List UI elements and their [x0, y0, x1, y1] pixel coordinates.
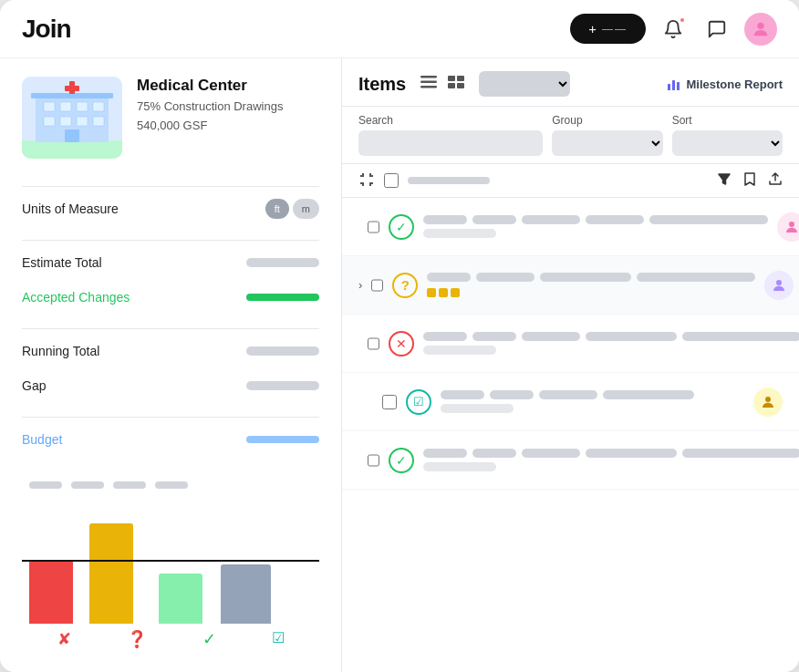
- item-checkbox[interactable]: [368, 336, 379, 351]
- expand-button[interactable]: ›: [358, 278, 362, 292]
- item-bar: [522, 215, 580, 224]
- svg-rect-2: [22, 140, 122, 159]
- item-bar: [423, 215, 467, 224]
- svg-rect-8: [93, 102, 104, 111]
- running-total-value: [246, 346, 319, 356]
- item-checkbox[interactable]: [368, 220, 379, 234]
- status-rejected-icon: ✕: [389, 331, 414, 357]
- item-bar: [476, 273, 534, 282]
- items-view-select[interactable]: [479, 71, 570, 97]
- search-col: Search: [358, 114, 543, 156]
- status-pending-icon: ?: [392, 273, 418, 298]
- svg-point-27: [776, 280, 782, 285]
- svg-rect-24: [672, 80, 675, 90]
- item-bar: [603, 390, 694, 399]
- svg-rect-17: [420, 81, 437, 84]
- dot: [427, 288, 436, 297]
- header-actions: + ——: [570, 13, 777, 46]
- table-row: ✓: [342, 431, 799, 490]
- svg-rect-12: [93, 117, 104, 126]
- bar-reviewed: [221, 564, 271, 624]
- toggle-m[interactable]: m: [293, 199, 319, 219]
- search-filter-row: Search Group Sort: [342, 107, 799, 164]
- item-checkbox[interactable]: [371, 278, 383, 293]
- status-approved-icon: ✓: [389, 214, 414, 240]
- item-bar: [682, 332, 799, 341]
- item-bar: [522, 332, 580, 341]
- item-checkbox[interactable]: [382, 395, 397, 409]
- units-toggle-group[interactable]: ft m: [265, 199, 319, 219]
- project-name: Medical Center: [137, 77, 319, 95]
- filter-button[interactable]: [717, 171, 732, 190]
- chat-button[interactable]: [700, 13, 733, 46]
- bar-rejected: [29, 560, 73, 624]
- project-subtitle: 75% Construction Drawings: [137, 98, 319, 115]
- chart-labels: [22, 481, 319, 489]
- item-dots: [427, 288, 755, 297]
- filter-icon: [717, 171, 732, 186]
- item-bar: [423, 332, 467, 341]
- item-bar: [540, 273, 631, 282]
- budget-bar: [246, 436, 319, 443]
- chart-label-3: [113, 481, 146, 489]
- select-all-checkbox[interactable]: [384, 173, 399, 188]
- grid-view-button[interactable]: [444, 74, 468, 94]
- search-input[interactable]: [358, 130, 543, 156]
- bookmark-button[interactable]: [742, 171, 757, 190]
- svg-rect-13: [65, 129, 79, 142]
- item-sub-bar: [423, 462, 496, 471]
- item-bar: [490, 390, 534, 399]
- legend-pending-icon: ❓: [127, 629, 147, 649]
- bar-approved: [159, 574, 202, 624]
- sort-select[interactable]: [672, 130, 783, 156]
- project-thumbnail: [22, 77, 122, 159]
- notification-button[interactable]: [657, 13, 690, 46]
- user-avatar[interactable]: [744, 13, 777, 46]
- filter-icons: [717, 171, 783, 190]
- toggle-ft[interactable]: ft: [265, 199, 289, 219]
- chart-label-2: [71, 481, 104, 489]
- bookmark-icon: [742, 171, 757, 186]
- chart-baseline: [22, 560, 319, 562]
- group-col: Group: [552, 114, 662, 156]
- export-button[interactable]: [768, 171, 783, 190]
- sort-label: Sort: [672, 114, 783, 127]
- plus-icon: +: [588, 21, 597, 36]
- units-of-measure-row: Units of Measure ft m: [22, 196, 319, 222]
- item-bar: [472, 332, 516, 341]
- divider-4: [22, 417, 319, 418]
- list-view-button[interactable]: [417, 74, 441, 94]
- item-bar: [472, 449, 516, 458]
- item-content: [423, 449, 799, 471]
- item-bar: [522, 449, 580, 458]
- milestone-report-button[interactable]: Milestone Report: [667, 77, 783, 91]
- accepted-changes-label: Accepted Changes: [22, 290, 130, 305]
- svg-rect-16: [420, 76, 437, 78]
- svg-rect-10: [60, 117, 71, 126]
- svg-rect-19: [448, 76, 455, 81]
- svg-rect-23: [668, 84, 670, 90]
- main-content: Medical Center 75% Construction Drawings…: [0, 58, 799, 672]
- svg-rect-22: [457, 83, 464, 88]
- item-bar: [427, 273, 471, 282]
- divider-1: [22, 186, 319, 187]
- item-checkbox[interactable]: [368, 453, 379, 468]
- avatar-person-icon: [760, 394, 776, 410]
- running-total-row: Running Total: [22, 338, 319, 364]
- item-bar: [649, 215, 768, 224]
- item-bar: [539, 390, 597, 399]
- search-label: Search: [358, 114, 543, 127]
- bar-pending: [89, 523, 133, 624]
- units-of-measure-label: Units of Measure: [22, 202, 119, 216]
- chart-label-1: [29, 481, 62, 489]
- svg-rect-7: [77, 102, 88, 111]
- project-gsf: 540,000 GSF: [137, 119, 319, 132]
- avatar-person-icon: [783, 219, 799, 235]
- bar-chart-icon: [667, 77, 681, 91]
- group-select[interactable]: [552, 130, 662, 156]
- svg-rect-25: [677, 82, 680, 90]
- item-avatar: [753, 388, 783, 417]
- expand-all-button[interactable]: [358, 173, 375, 189]
- add-button[interactable]: + ——: [570, 14, 646, 44]
- svg-rect-21: [448, 83, 455, 88]
